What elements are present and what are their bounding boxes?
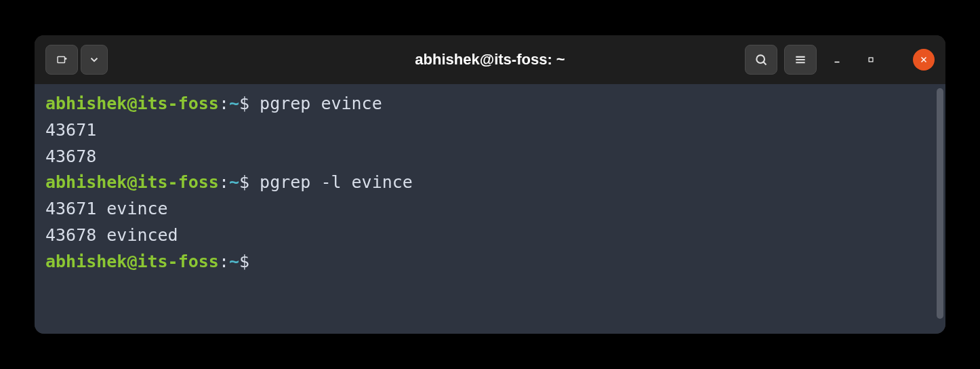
svg-line-4 [763,62,766,64]
prompt-separator: : [219,172,229,192]
search-button[interactable] [745,45,777,75]
command-text: pgrep -l evince [260,172,413,192]
terminal-content: abhishek@its-foss:~$ pgrep evince4367143… [45,91,935,275]
prompt-user-host: abhishek@its-foss [45,252,219,271]
prompt-user-host: abhishek@its-foss [45,94,219,113]
maximize-icon [866,55,876,64]
chevron-down-icon [88,54,100,66]
prompt-symbol: $ [239,94,260,113]
prompt-path: ~ [229,252,239,271]
maximize-button[interactable] [857,46,884,73]
close-button[interactable] [913,49,935,71]
prompt-symbol: $ [239,172,260,192]
terminal-window: abhishek@its-foss: ~ [35,35,945,334]
prompt-symbol: $ [239,252,260,271]
window-title: abhishek@its-foss: ~ [415,51,565,69]
prompt-path: ~ [229,94,239,113]
prompt-path: ~ [229,172,239,192]
output-line: 43671 evince [45,196,935,222]
scrollbar[interactable] [937,88,943,319]
prompt-line: abhishek@its-foss:~$ pgrep -l evince [45,170,935,196]
titlebar-right-group [745,45,935,75]
output-line: 43671 [45,117,935,144]
command-text: pgrep evince [260,94,382,113]
minimize-icon [832,55,842,64]
hamburger-menu-button[interactable] [784,45,817,75]
close-icon [919,55,928,64]
svg-rect-0 [58,57,65,63]
terminal-body[interactable]: abhishek@its-foss:~$ pgrep evince4367143… [35,84,945,334]
titlebar-left-group [45,45,108,75]
titlebar: abhishek@its-foss: ~ [35,35,945,84]
prompt-user-host: abhishek@its-foss [45,172,219,192]
new-tab-icon [56,54,68,66]
prompt-line: abhishek@its-foss:~$ [45,249,935,275]
prompt-separator: : [219,94,229,113]
prompt-separator: : [219,252,229,271]
minimize-button[interactable] [823,46,851,73]
svg-point-3 [756,55,764,63]
svg-rect-9 [869,58,873,62]
tab-dropdown-button[interactable] [81,45,108,75]
output-line: 43678 [45,144,935,170]
search-icon [754,53,768,66]
output-line: 43678 evinced [45,222,935,249]
prompt-line: abhishek@its-foss:~$ pgrep evince [45,91,935,117]
hamburger-icon [794,53,807,66]
new-tab-button[interactable] [45,45,78,75]
